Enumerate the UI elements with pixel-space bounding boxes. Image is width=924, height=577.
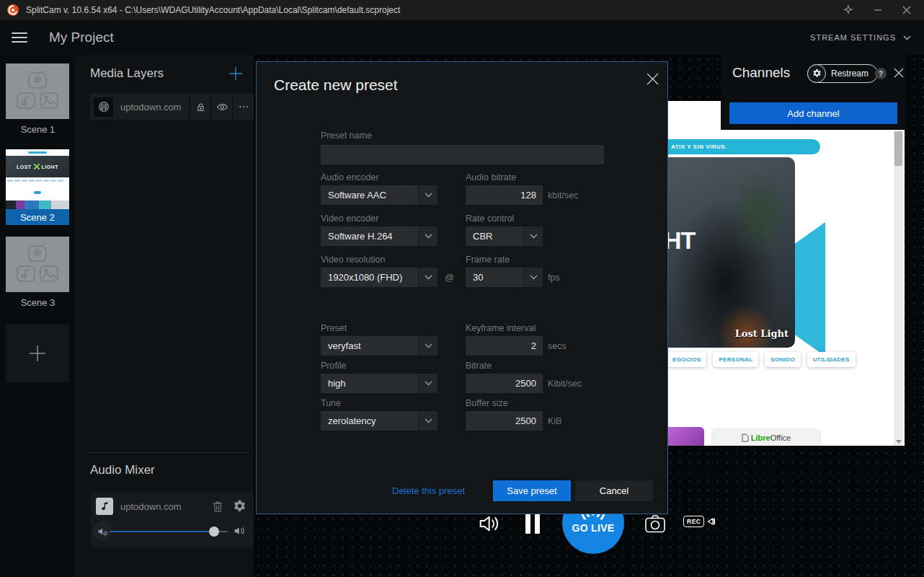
preset-name-input[interactable]	[321, 145, 604, 164]
channels-panel: Channels Restream ? Add channel	[721, 55, 906, 130]
tune-select[interactable]: zerolatency	[321, 411, 437, 431]
cancel-button[interactable]: Cancel	[575, 480, 653, 501]
cyan-wedge-decoration	[795, 222, 825, 356]
video-encoder-label: Video encoder	[321, 213, 378, 224]
speaker-icon[interactable]	[234, 525, 246, 537]
modal-close-icon[interactable]	[644, 71, 661, 87]
audio-mixer-item: uptodown.com	[90, 492, 254, 547]
keyframe-interval-suffix: secs	[548, 341, 567, 351]
layer-more-button[interactable]	[234, 94, 254, 120]
category-chips: EGOCIOS PERSONAL SONIDO UTILIDADES	[667, 352, 856, 367]
media-layer-row[interactable]: uptodown.com	[90, 94, 254, 120]
chevron-down-icon	[523, 268, 543, 287]
restream-button[interactable]: Restream	[807, 64, 878, 83]
help-button[interactable]: ?	[875, 68, 887, 79]
category-chip[interactable]: PERSONAL	[713, 352, 758, 367]
save-preset-button[interactable]: Save preset	[493, 480, 571, 501]
bitrate-input[interactable]: 2500	[466, 374, 543, 393]
volume-slider[interactable]	[110, 531, 228, 532]
pin-icon[interactable]	[843, 5, 853, 15]
audio-bitrate-input[interactable]: 128	[466, 185, 543, 205]
chevron-down-icon	[418, 226, 437, 246]
add-scene-button[interactable]	[6, 325, 69, 382]
bitrate-suffix: Kibit/sec	[548, 379, 582, 389]
buffer-size-suffix: KiB	[548, 416, 561, 426]
titlebar: SplitCam v. 10.6.54 x64 - C:\Users\WDAGU…	[0, 0, 924, 20]
preset-select[interactable]: veryfast	[321, 336, 437, 356]
preview-scrollbar[interactable]	[894, 131, 903, 446]
scene-2-label[interactable]: Scene 2	[6, 209, 69, 225]
ellipsis-icon	[238, 101, 249, 113]
scene2-mini-body	[6, 184, 69, 201]
frame-rate-select[interactable]: 30	[466, 268, 543, 287]
camera-icon[interactable]	[644, 513, 666, 534]
scrollbar-thumb[interactable]	[894, 131, 902, 166]
layers-panel: Media Layers uptodown.com	[76, 55, 254, 577]
scene-3-thumbnail[interactable]	[6, 237, 69, 292]
stream-settings-button[interactable]: STREAM SETTINGS	[810, 33, 911, 42]
libreoffice-label-green: Libre	[751, 433, 770, 442]
add-channel-button[interactable]: Add channel	[729, 102, 897, 124]
category-chip[interactable]: EGOCIOS	[667, 352, 706, 367]
rate-control-label: Rate control	[466, 213, 514, 224]
game-card: HT Lost Light	[667, 157, 795, 348]
chevron-down-icon	[418, 374, 437, 393]
lock-layer-button[interactable]	[190, 94, 210, 120]
pause-button[interactable]	[525, 514, 540, 534]
audio-encoder-select[interactable]: Software AAC	[321, 185, 437, 205]
chevron-down-icon	[418, 411, 437, 431]
tune-label: Tune	[321, 398, 341, 408]
libreoffice-label-dark: Office	[770, 433, 791, 442]
preset-value: veryfast	[321, 336, 418, 356]
category-chip[interactable]: SONIDO	[765, 352, 800, 367]
volume-thumb[interactable]	[209, 527, 219, 537]
preview-banner: ATIS Y SIN VIRUS.	[667, 139, 820, 154]
rec-label: REC	[683, 516, 704, 527]
toggle-visibility-button[interactable]	[212, 94, 232, 120]
scene-1-label[interactable]: Scene 1	[0, 124, 76, 135]
tune-value: zerolatency	[321, 411, 418, 431]
frame-rate-label: Frame rate	[466, 255, 510, 265]
media-placeholder-icon	[14, 71, 61, 112]
category-chip[interactable]: UTILIDADES	[807, 352, 856, 367]
game-card-headline: HT	[667, 226, 695, 255]
channels-title: Channels	[732, 65, 790, 81]
mute-icon	[97, 527, 109, 537]
profile-label: Profile	[321, 361, 346, 371]
layer-main[interactable]: uptodown.com	[90, 94, 189, 120]
minimize-icon[interactable]	[874, 6, 882, 14]
channels-close-icon[interactable]	[894, 68, 904, 78]
trash-icon[interactable]	[211, 499, 224, 514]
scene-3-label[interactable]: Scene 3	[0, 297, 76, 308]
page-title: My Project	[49, 30, 114, 45]
delete-preset-link[interactable]: Delete this preset	[392, 485, 465, 496]
app-tile-decoration	[667, 427, 704, 446]
scenes-sidebar: Scene 1 LOST LIGHT Scene 2 Scene 3	[0, 55, 76, 577]
scene2-banner-text-left: LOST	[17, 164, 32, 169]
modal-title: Create new preset	[274, 76, 398, 94]
video-resolution-select[interactable]: 1920x1080 (FHD)	[321, 268, 437, 287]
audio-bitrate-label: Audio bitrate	[466, 172, 516, 182]
scene-2-thumbnail[interactable]: LOST LIGHT	[6, 149, 69, 209]
volume-icon[interactable]	[479, 513, 502, 534]
stream-settings-label: STREAM SETTINGS	[810, 33, 896, 42]
close-icon[interactable]	[902, 6, 911, 14]
video-encoder-value: Software H.264	[321, 226, 418, 246]
video-encoder-select[interactable]: Software H.264	[321, 226, 437, 246]
buffer-size-input[interactable]: 2500	[466, 411, 543, 431]
scene-1-thumbnail[interactable]	[6, 63, 69, 119]
video-camera-icon	[706, 516, 716, 527]
chevron-down-icon	[418, 336, 437, 356]
profile-select[interactable]: high	[321, 374, 437, 393]
gear-icon[interactable]	[233, 499, 246, 513]
add-layer-icon[interactable]	[228, 66, 243, 81]
scrollbar-arrow-icon[interactable]	[896, 440, 902, 444]
game-card-title: Lost Light	[735, 328, 788, 339]
menu-icon[interactable]	[12, 32, 27, 43]
keyframe-interval-input[interactable]: 2	[466, 336, 543, 356]
record-button[interactable]: REC	[683, 516, 716, 527]
rate-control-select[interactable]: CBR	[466, 226, 543, 246]
restream-label: Restream	[826, 69, 877, 79]
header: My Project STREAM SETTINGS	[0, 20, 924, 55]
scene2-mini-banner: LOST LIGHT	[6, 156, 69, 177]
